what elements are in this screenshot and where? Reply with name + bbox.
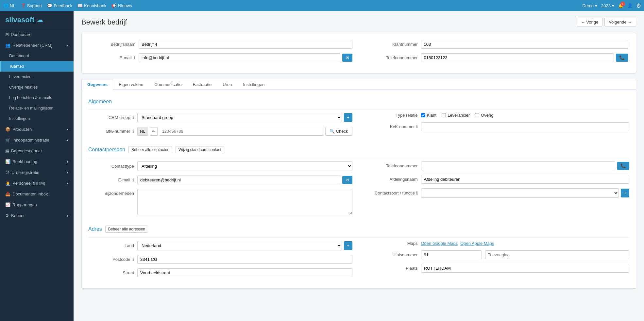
wijzig-contact-button[interactable]: Wijzig standaard contact bbox=[176, 146, 224, 153]
sidebar-item-crm-dashboard[interactable]: Dashboard bbox=[0, 51, 74, 61]
tab-uren[interactable]: Uren bbox=[217, 79, 237, 90]
send-email-button[interactable]: ✉ bbox=[342, 54, 352, 62]
plaats-input[interactable] bbox=[421, 264, 630, 273]
tab-gegevens[interactable]: Gegevens bbox=[82, 79, 113, 90]
google-maps-link[interactable]: Open Google Maps bbox=[421, 241, 458, 246]
contactsoort-info-icon[interactable]: ℹ bbox=[416, 191, 418, 195]
bijzonderheden-input[interactable] bbox=[137, 189, 352, 215]
sidebar-item-leveranciers[interactable]: Leveranciers bbox=[0, 72, 74, 82]
kvk-input[interactable] bbox=[421, 122, 630, 131]
tab-facturatie[interactable]: Facturatie bbox=[187, 79, 217, 90]
nieuws-link[interactable]: 📢 Nieuws bbox=[111, 3, 132, 8]
caret-icon: ▾ bbox=[67, 138, 68, 142]
nieuws-label: Nieuws bbox=[118, 3, 132, 8]
straat-input[interactable] bbox=[137, 268, 352, 277]
year-caret-icon: ▾ bbox=[612, 3, 614, 8]
overig-checkbox-label[interactable]: Overig bbox=[475, 113, 493, 118]
sidebar-item-boekhouding[interactable]: 📊 Boekhouding ▾ bbox=[0, 156, 74, 167]
btw-check-button[interactable]: 🔍 Check bbox=[325, 127, 352, 136]
overig-checkbox[interactable] bbox=[475, 113, 479, 117]
leverancier-checkbox[interactable] bbox=[442, 113, 446, 117]
sidebar-item-crm-instellingen[interactable]: Instellingen bbox=[0, 113, 74, 124]
caret-icon: ▾ bbox=[67, 43, 68, 47]
caret-icon: ▾ bbox=[67, 171, 68, 174]
uren-icon: ⏱ bbox=[5, 170, 9, 175]
sidebar-item-inkoop[interactable]: 🛒 Inkoopadministratie ▾ bbox=[0, 135, 74, 145]
contact-call-button[interactable]: 📞 bbox=[617, 162, 629, 170]
sidebar-item-producten[interactable]: 📦 Producten ▾ bbox=[0, 124, 74, 135]
user-profile[interactable]: 👤 bbox=[627, 3, 633, 8]
tabs-card: Gegevens Eigen velden Communicatie Factu… bbox=[81, 79, 636, 289]
kennisbank-link[interactable]: 📖 Kennisbank bbox=[77, 3, 106, 8]
sidebar-item-uren[interactable]: ⏱ Urenregistratie ▾ bbox=[0, 167, 74, 178]
bedrijfsnaam-input[interactable] bbox=[139, 40, 352, 49]
contact-tel-input[interactable] bbox=[421, 161, 616, 170]
tab-eigen-velden[interactable]: Eigen velden bbox=[113, 79, 149, 90]
email-info-icon[interactable]: ℹ bbox=[134, 55, 135, 60]
sidebar-item-mailinglijsten[interactable]: Relatie- en mailinglijsten bbox=[0, 103, 74, 113]
tabs-bar: Gegevens Eigen velden Communicatie Factu… bbox=[82, 79, 636, 90]
sidebar-item-barcode[interactable]: ▦ Barcodescanner bbox=[0, 145, 74, 156]
sidebar-item-hrm[interactable]: 👨‍💼 Personeel (HRM) ▾ bbox=[0, 178, 74, 189]
contactsoort-select[interactable] bbox=[421, 188, 619, 198]
huisnummer-input[interactable] bbox=[421, 250, 482, 259]
call-button[interactable]: 📞 bbox=[616, 54, 628, 62]
sidebar-item-klanten[interactable]: Klanten bbox=[0, 61, 74, 72]
postcode-info-icon[interactable]: ℹ bbox=[132, 257, 134, 262]
klant-checkbox[interactable] bbox=[421, 113, 425, 117]
sidebar-item-crm[interactable]: 👥 Relatiebeheer (CRM) ▾ bbox=[0, 40, 74, 51]
land-add-button[interactable]: + bbox=[344, 241, 352, 250]
sidebar-item-rapportages[interactable]: 📈 Rapportages bbox=[0, 199, 74, 210]
sidebar-item-label: Documenten inbox bbox=[12, 192, 48, 196]
contactsoort-add-button[interactable]: + bbox=[621, 189, 629, 197]
notifications-bell[interactable]: 🔔 1 bbox=[618, 3, 623, 8]
lang-switcher[interactable]: 🌐 NL bbox=[3, 3, 15, 8]
sidebar-item-log[interactable]: Log berichten & e-mails bbox=[0, 93, 74, 103]
logout-button[interactable]: ⏻ bbox=[636, 3, 641, 8]
adres-form: Land Nederland + Postcode ℹ bbox=[88, 241, 629, 282]
sidebar-item-documenten[interactable]: 📥 Documenten inbox bbox=[0, 189, 74, 199]
klant-checkbox-label[interactable]: Klant bbox=[421, 113, 437, 118]
land-select[interactable]: Nederland bbox=[137, 241, 342, 250]
demo-menu[interactable]: Demo ▾ bbox=[582, 3, 597, 8]
tab-instellingen[interactable]: Instellingen bbox=[237, 79, 270, 90]
sidebar-item-label: Relatiebeheer (CRM) bbox=[12, 43, 53, 48]
producten-icon: 📦 bbox=[5, 127, 10, 132]
plaats-label: Plaats bbox=[365, 266, 418, 271]
support-link[interactable]: ❓ Support bbox=[21, 3, 42, 8]
beheer-adressen-button[interactable]: Beheer alle adressen bbox=[105, 226, 148, 233]
next-button[interactable]: Volgende → bbox=[604, 18, 636, 26]
leverancier-checkbox-label[interactable]: Leverancier bbox=[442, 113, 470, 118]
feedback-link[interactable]: 💬 Feedback bbox=[47, 3, 72, 8]
postcode-input[interactable] bbox=[137, 255, 352, 264]
btw-edit-icon[interactable]: ✏ bbox=[150, 127, 158, 136]
year-label: 2023 bbox=[601, 3, 611, 8]
rapportages-icon: 📈 bbox=[5, 202, 10, 207]
sidebar-item-dashboard[interactable]: ⊞ Dashboard bbox=[0, 29, 74, 40]
beheer-contacten-button[interactable]: Beheer alle contacten bbox=[128, 146, 172, 153]
kvk-info-icon[interactable]: ℹ bbox=[416, 124, 418, 129]
crm-groep-add-button[interactable]: + bbox=[344, 113, 352, 122]
toevoeging-input[interactable] bbox=[485, 250, 630, 259]
contact-email-input[interactable] bbox=[137, 176, 340, 184]
flag-icon: 🌐 bbox=[3, 3, 8, 8]
afdelingsnaam-input[interactable] bbox=[421, 175, 630, 184]
tab-communicatie[interactable]: Communicatie bbox=[149, 79, 187, 90]
contacttype-select[interactable]: Afdeling bbox=[137, 161, 352, 171]
btw-info-icon[interactable]: ℹ bbox=[132, 129, 134, 134]
crm-groep-info-icon[interactable]: ℹ bbox=[132, 115, 134, 120]
contact-send-email-button[interactable]: ✉ bbox=[342, 176, 352, 184]
telefoonnummer-input[interactable] bbox=[421, 53, 614, 62]
klantnummer-input[interactable] bbox=[421, 40, 628, 49]
sidebar-item-overige-relaties[interactable]: Overige relaties bbox=[0, 82, 74, 93]
sidebar-item-beheer[interactable]: ⚙ Beheer ▾ bbox=[0, 210, 74, 221]
contactpersoon-heading: Contactpersoon bbox=[88, 147, 125, 153]
crm-groep-select[interactable]: Standaard groep bbox=[137, 113, 342, 122]
email-input[interactable] bbox=[139, 53, 340, 62]
bedrijfsnaam-label: Bedrijfsnaam bbox=[90, 42, 135, 47]
year-menu[interactable]: 2023 ▾ bbox=[601, 3, 614, 8]
contact-email-info-icon[interactable]: ℹ bbox=[132, 177, 134, 182]
prev-button[interactable]: ← Vorige bbox=[577, 18, 602, 26]
apple-maps-link[interactable]: Open Apple Maps bbox=[460, 241, 494, 246]
btw-input[interactable] bbox=[160, 127, 323, 136]
